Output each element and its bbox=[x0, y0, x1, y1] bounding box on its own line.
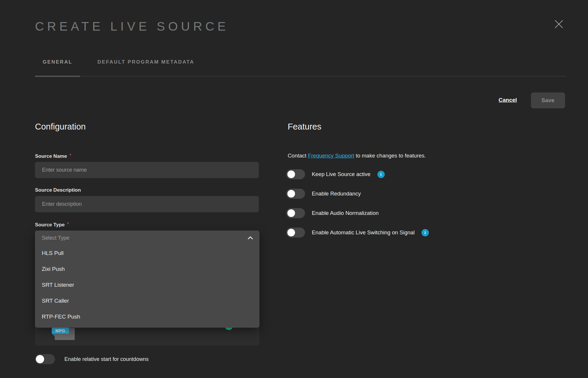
mpg-file-badge: MPG bbox=[52, 328, 69, 334]
page-title: CREATE LIVE SOURCE bbox=[35, 19, 229, 34]
source-name-label: Source Name* bbox=[35, 153, 71, 159]
source-type-option-srt-caller[interactable]: SRT Caller bbox=[35, 293, 259, 309]
feature-row-auto-live-switching: Enable Automatic Live Switching on Signa… bbox=[286, 228, 429, 238]
source-type-option-srt-listener[interactable]: SRT Listener bbox=[35, 277, 259, 293]
create-live-source-modal: CREATE LIVE SOURCE GENERAL DEFAULT PROGR… bbox=[0, 0, 588, 378]
feature-row-keep-active: Keep Live Source active i bbox=[286, 169, 385, 179]
relative-start-toggle[interactable] bbox=[35, 354, 55, 364]
toggle-knob bbox=[287, 190, 295, 198]
toggle-knob bbox=[287, 229, 295, 236]
source-name-input[interactable] bbox=[35, 162, 259, 178]
relative-start-label: Enable relative start for countdowns bbox=[64, 356, 149, 362]
feature-row-audio-normalization: Enable Audio Normalization bbox=[286, 208, 379, 218]
frequency-support-link[interactable]: Frequency Support bbox=[308, 152, 354, 159]
feature-row-redundancy: Enable Redundancy bbox=[286, 189, 361, 199]
enable-automatic-live-switching-toggle[interactable] bbox=[286, 228, 305, 238]
source-type-option-rtp-fec-push[interactable]: RTP-FEC Push bbox=[35, 309, 259, 325]
features-heading: Features bbox=[288, 122, 321, 132]
source-type-label: Source Type* bbox=[35, 222, 69, 228]
enable-audio-normalization-toggle[interactable] bbox=[286, 208, 305, 218]
relative-start-row: Enable relative start for countdowns bbox=[35, 354, 149, 364]
keep-live-source-active-toggle[interactable] bbox=[286, 169, 305, 179]
info-icon[interactable]: i bbox=[422, 229, 429, 236]
source-description-input[interactable] bbox=[35, 196, 259, 212]
configuration-heading: Configuration bbox=[35, 122, 86, 132]
tab-general[interactable]: GENERAL bbox=[35, 59, 80, 77]
source-type-placeholder: Select Type bbox=[42, 235, 69, 241]
features-contact-text: Contact Frequency Support to make change… bbox=[288, 152, 426, 159]
enable-redundancy-toggle[interactable] bbox=[286, 189, 305, 199]
source-type-option-zixi-push[interactable]: Zixi Push bbox=[35, 261, 259, 277]
chevron-up-icon bbox=[248, 236, 253, 240]
toggle-knob bbox=[287, 170, 295, 178]
required-asterisk: * bbox=[67, 222, 69, 227]
tab-default-program-metadata[interactable]: DEFAULT PROGRAM METADATA bbox=[90, 59, 202, 77]
source-type-dropdown: Select Type HLS Pull Zixi Push SRT Liste… bbox=[35, 231, 259, 328]
source-type-option-hls-pull[interactable]: HLS Pull bbox=[35, 245, 259, 261]
cancel-button[interactable]: Cancel bbox=[499, 97, 517, 103]
source-description-label: Source Description bbox=[35, 187, 81, 193]
tab-bar: GENERAL DEFAULT PROGRAM METADATA bbox=[35, 59, 202, 77]
close-icon bbox=[553, 19, 564, 30]
mpg-badge-fold bbox=[52, 334, 55, 336]
required-asterisk: * bbox=[69, 153, 71, 158]
source-type-select[interactable]: Select Type bbox=[35, 231, 259, 245]
save-button[interactable]: Save bbox=[531, 92, 565, 108]
info-icon[interactable]: i bbox=[377, 171, 385, 178]
toggle-knob bbox=[287, 209, 295, 217]
close-button[interactable] bbox=[552, 18, 565, 31]
toggle-knob bbox=[36, 355, 44, 363]
